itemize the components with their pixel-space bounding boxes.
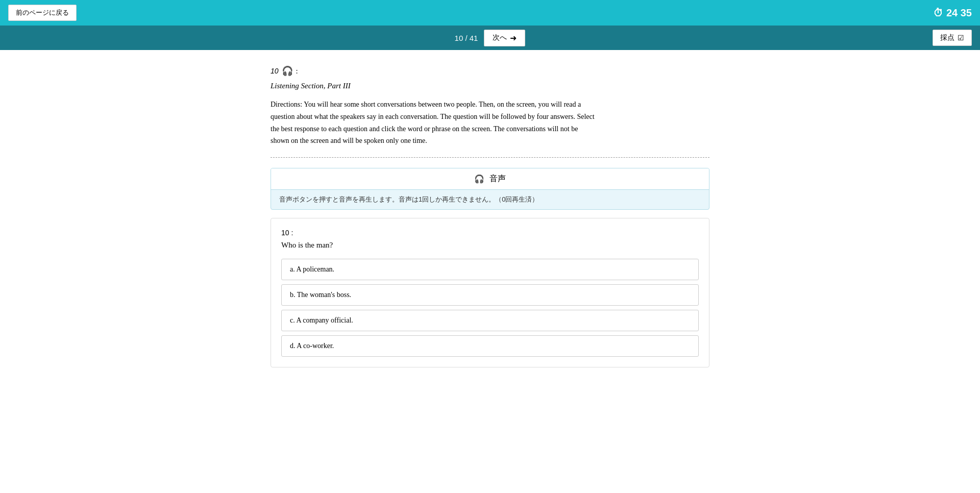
answer-choice-b[interactable]: b. The woman's boss. (281, 284, 699, 306)
question-box: 10 : Who is the man? a. A policeman. b. … (271, 218, 709, 367)
answer-choice-d[interactable]: d. A co-worker. (281, 335, 699, 357)
nav-bar: 10 / 41 次へ ➜ 採点 ☑ (0, 26, 980, 50)
grade-button[interactable]: 採点 ☑ (933, 30, 972, 46)
answer-choice-a[interactable]: a. A policeman. (281, 259, 699, 280)
question-number: 10 (271, 67, 279, 75)
answer-choice-c[interactable]: c. A company official. (281, 310, 699, 331)
audio-headphone-icon: 🎧 (474, 174, 484, 184)
directions-text: Directions: You will hear some short con… (271, 98, 597, 147)
audio-section: 🎧 音声 音声ボタンを押すと音声を再生します。音声は1回しか再生できません。（0… (271, 168, 709, 210)
question-colon: : (296, 67, 298, 76)
audio-hint: 音声ボタンを押すと音声を再生します。音声は1回しか再生できません。（0回再生済） (271, 190, 709, 209)
divider (271, 157, 709, 158)
next-arrow-icon: ➜ (510, 33, 517, 43)
section-title: Listening Section, Part III (271, 82, 709, 90)
next-button[interactable]: 次へ ➜ (484, 30, 525, 46)
answer-choices: a. A policeman. b. The woman's boss. c. … (281, 259, 699, 357)
main-content: 10 🎧 : Listening Section, Part III Direc… (260, 65, 720, 367)
nav-center: 10 / 41 次へ ➜ (455, 30, 526, 46)
back-button[interactable]: 前のページに戻る (8, 5, 77, 21)
headphone-icon: 🎧 (282, 65, 293, 77)
question-text: Who is the man? (281, 241, 699, 250)
timer-area: ⏱ 24 35 (933, 7, 972, 19)
top-bar: 前のページに戻る ⏱ 24 35 (0, 0, 980, 26)
timer-icon: ⏱ (933, 7, 943, 19)
grade-label: 採点 (940, 33, 954, 42)
page-indicator: 10 / 41 (455, 34, 478, 42)
question-num-label: 10 : (281, 229, 699, 237)
timer-display: 24 35 (946, 7, 972, 19)
audio-label: 音声 (489, 174, 506, 184)
audio-button[interactable]: 🎧 音声 (271, 168, 709, 190)
next-label: 次へ (493, 33, 507, 42)
check-icon: ☑ (958, 34, 964, 42)
question-header: 10 🎧 : (271, 65, 709, 77)
